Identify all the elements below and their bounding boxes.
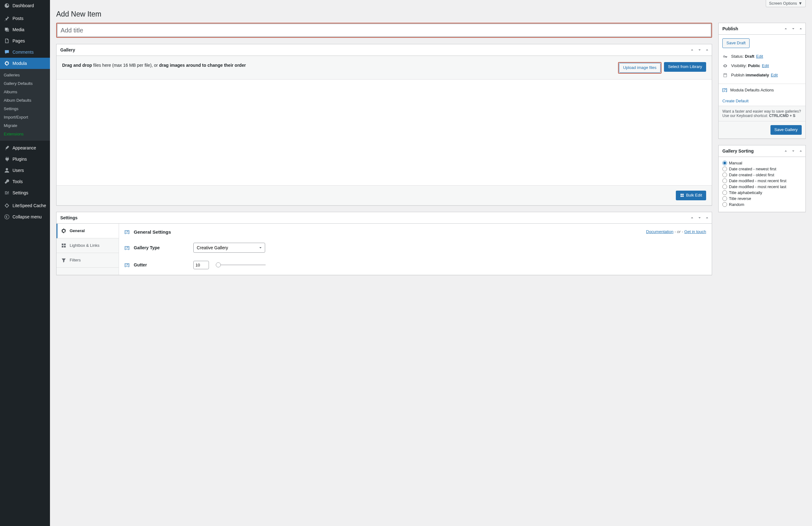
sidebar-item-appearance[interactable]: Appearance xyxy=(0,142,50,153)
help-marker[interactable]: [?] xyxy=(125,263,129,267)
title-highlight xyxy=(56,23,712,38)
sidebar-item-collapse[interactable]: Collapse menu xyxy=(0,211,50,223)
help-marker[interactable]: [?] xyxy=(125,245,129,250)
grid-icon xyxy=(680,193,684,197)
submenu-migrate[interactable]: Migrate xyxy=(0,121,50,130)
toggle-icon[interactable] xyxy=(704,46,710,53)
sort-title-za[interactable]: Title reverse xyxy=(722,196,802,201)
settings-tab-filters[interactable]: Filters xyxy=(57,253,119,268)
gutter-input[interactable] xyxy=(193,261,209,269)
move-down-icon[interactable] xyxy=(790,148,797,154)
submenu-gallery-defaults[interactable]: Gallery Defaults xyxy=(0,79,50,88)
svg-point-3 xyxy=(723,56,725,57)
grid-icon xyxy=(61,243,67,248)
publish-heading: Publish xyxy=(719,23,742,34)
wrench-icon xyxy=(4,178,10,185)
content-area: Screen Options▼ Add New Item Gallery xyxy=(50,0,812,294)
submenu-extensions[interactable]: Extensions xyxy=(0,130,50,138)
status-row: Status: Draft Edit xyxy=(722,52,802,61)
sort-modified-recent-last[interactable]: Date modified - most recent last xyxy=(722,184,802,190)
sidebar-item-label: Tools xyxy=(13,179,23,184)
sidebar-item-dashboard[interactable]: Dashboard xyxy=(0,0,50,11)
settings-tab-lightbox[interactable]: Lightbox & Links xyxy=(57,238,119,253)
slider-track xyxy=(216,264,266,266)
select-from-library-button[interactable]: Select from Library xyxy=(664,62,706,72)
save-draft-button[interactable]: Save Draft xyxy=(722,39,750,48)
sidebar-item-media[interactable]: Media xyxy=(0,24,50,35)
gallery-postbox: Gallery Drag and drop files here (max 16… xyxy=(56,44,712,206)
settings-panel-help: Documentation - or - Get in touch xyxy=(646,229,706,234)
sidebar-item-users[interactable]: Users xyxy=(0,165,50,176)
sidebar-item-litespeed[interactable]: LiteSpeed Cache xyxy=(0,200,50,211)
diamond-icon xyxy=(4,202,10,209)
submenu-import-export[interactable]: Import/Export xyxy=(0,113,50,121)
sidebar-item-settings[interactable]: Settings xyxy=(0,187,50,198)
sidebar-item-label: Plugins xyxy=(13,156,27,162)
settings-panel: [?] General Settings Documentation - or … xyxy=(119,224,712,275)
drop-instructions: Drag and drop files here (max 16 MB per … xyxy=(62,62,246,68)
sort-manual[interactable]: Manual xyxy=(722,160,802,166)
calendar-icon xyxy=(722,72,728,78)
gallery-type-select[interactable]: Creative Gallery xyxy=(193,243,265,253)
edit-visibility-link[interactable]: Edit xyxy=(762,63,769,68)
title-input[interactable] xyxy=(57,24,711,37)
edit-status-link[interactable]: Edit xyxy=(756,54,763,59)
move-up-icon[interactable] xyxy=(782,25,789,32)
get-in-touch-link[interactable]: Get in touch xyxy=(684,229,706,234)
sort-random[interactable]: Random xyxy=(722,201,802,208)
move-up-icon[interactable] xyxy=(688,46,696,53)
sidebar-item-plugins[interactable]: Plugins xyxy=(0,153,50,165)
move-down-icon[interactable] xyxy=(696,214,703,221)
sidebar-item-modula[interactable]: Modula xyxy=(0,58,50,69)
move-down-icon[interactable] xyxy=(696,46,703,53)
gear-icon xyxy=(4,60,10,66)
gallery-images-area[interactable] xyxy=(57,79,712,185)
settings-tab-general[interactable]: General xyxy=(57,224,119,238)
submenu-galleries[interactable]: Galleries xyxy=(0,71,50,79)
save-gallery-button[interactable]: Save Gallery xyxy=(770,125,802,135)
chevron-down-icon: ▼ xyxy=(798,1,802,5)
slider-thumb[interactable] xyxy=(216,262,221,267)
admin-sidebar: Dashboard Posts Media Pages Comments Mod… xyxy=(0,0,50,294)
sidebar-item-comments[interactable]: Comments xyxy=(0,46,50,58)
publish-postbox: Publish Save Draft Status: Draft Edit xyxy=(718,23,806,139)
screen-meta: Screen Options▼ xyxy=(56,0,806,7)
toggle-icon[interactable] xyxy=(704,214,710,221)
sidebar-item-label: Comments xyxy=(13,50,34,55)
bulk-edit-button[interactable]: Bulk Edit xyxy=(676,191,706,200)
sort-title-az[interactable]: Title alphabetically xyxy=(722,190,802,196)
toggle-icon[interactable] xyxy=(797,148,804,154)
move-up-icon[interactable] xyxy=(782,148,789,154)
modula-submenu: Galleries Gallery Defaults Albums Album … xyxy=(0,69,50,141)
sort-date-newest[interactable]: Date created - newest first xyxy=(722,166,802,172)
media-icon xyxy=(4,27,10,33)
edit-date-link[interactable]: Edit xyxy=(771,73,778,77)
create-default-link[interactable]: Create Default xyxy=(722,99,749,103)
gallery-drop-area[interactable]: Drag and drop files here (max 16 MB per … xyxy=(57,56,712,79)
gallery-type-label: Gallery Type xyxy=(134,245,160,250)
toggle-icon[interactable] xyxy=(797,25,804,32)
screen-options-button[interactable]: Screen Options▼ xyxy=(766,0,806,7)
submenu-settings[interactable]: Settings xyxy=(0,105,50,113)
sidebar-item-label: Dashboard xyxy=(13,3,34,8)
gear-icon xyxy=(61,228,67,234)
defaults-actions-row: [?] Modula Defaults Actions xyxy=(719,84,806,96)
help-marker[interactable]: [?] xyxy=(722,88,727,92)
gallery-type-row: [?] Gallery Type Creative Gallery xyxy=(125,243,706,253)
sort-date-oldest[interactable]: Date created - oldest first xyxy=(722,172,802,178)
sidebar-item-label: Users xyxy=(13,168,24,173)
upload-highlight: Upload image files xyxy=(618,62,662,74)
gutter-slider[interactable] xyxy=(216,262,266,268)
keyboard-tip: Want a faster and easier way to save gal… xyxy=(719,106,806,121)
documentation-link[interactable]: Documentation xyxy=(646,229,673,234)
upload-image-files-button[interactable]: Upload image files xyxy=(619,63,661,73)
submenu-albums[interactable]: Albums xyxy=(0,88,50,96)
sidebar-item-tools[interactable]: Tools xyxy=(0,176,50,187)
submenu-album-defaults[interactable]: Album Defaults xyxy=(0,96,50,105)
sidebar-item-pages[interactable]: Pages xyxy=(0,35,50,46)
help-marker[interactable]: [?] xyxy=(125,230,129,234)
move-up-icon[interactable] xyxy=(688,214,696,221)
sidebar-item-posts[interactable]: Posts xyxy=(0,13,50,24)
sort-modified-recent-first[interactable]: Date modified - most recent first xyxy=(722,178,802,184)
move-down-icon[interactable] xyxy=(790,25,797,32)
